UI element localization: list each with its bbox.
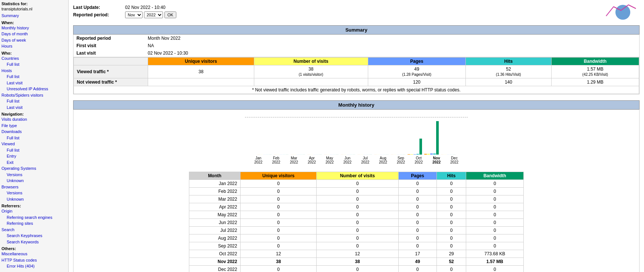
monthly-cell-nv: 38	[317, 258, 398, 266]
bar-group	[441, 154, 455, 155]
monthly-cell-pages: 0	[398, 195, 437, 203]
bar-bw_kb	[386, 154, 389, 155]
sidebar-item-fulllist-1[interactable]: Full list	[1, 61, 67, 68]
sidebar-item-downloads[interactable]: Downloads	[1, 129, 67, 135]
bar-pages	[313, 154, 316, 155]
monthly-cell-pages: 0	[398, 227, 437, 234]
monthly-cell-month: May 2022	[189, 211, 240, 219]
monthly-cell-hits: 29	[437, 250, 466, 258]
sidebar-item-browsers[interactable]: Browsers	[1, 184, 67, 190]
sidebar-item-fulllist-3[interactable]: Full list	[1, 98, 67, 104]
monthly-cell-nv: 0	[317, 180, 398, 188]
sidebar-item-hours[interactable]: Hours	[1, 43, 67, 49]
sidebar-item-unresolved-ip[interactable]: Unresolved IP Address	[1, 86, 67, 92]
sidebar-item-versions-2[interactable]: Versions	[1, 190, 67, 196]
bar-label: Jul2022	[357, 156, 373, 164]
sidebar-item-error-hits[interactable]: Error Hits (404)	[1, 263, 67, 269]
sidebar-item-countries[interactable]: Countries	[1, 55, 67, 62]
sidebar-item-entry[interactable]: Entry	[1, 153, 67, 159]
bar-label: Jun2022	[340, 156, 355, 164]
monthly-cell-hits: 0	[437, 234, 466, 242]
sidebar-item-ref-search-engines[interactable]: Referring search engines	[1, 214, 67, 221]
sidebar-when-label: When:	[1, 20, 67, 25]
bar-group	[324, 154, 339, 155]
sidebar-others-label: Others:	[1, 246, 67, 251]
sidebar-item-hosts[interactable]: Hosts	[1, 68, 67, 74]
monthly-cell-bw: 1.57 MB	[466, 258, 523, 266]
sidebar-item-http-status[interactable]: HTTP Status codes	[1, 257, 67, 263]
monthly-table-row: Jul 202200000	[189, 227, 523, 234]
monthly-cell-nv: 0	[317, 203, 398, 211]
bar-nv	[294, 154, 296, 155]
monthly-cell-bw: 773.68 KB	[466, 250, 523, 258]
bar-group	[341, 154, 355, 155]
bar-bw_kb	[353, 154, 355, 155]
reported-period-row: Reported period: JanFebMarAprMayJunJulAu…	[73, 12, 602, 18]
sidebar-referrers-label: Referrers:	[1, 204, 67, 208]
sidebar-item-last-visit-2[interactable]: Last visit	[1, 104, 67, 111]
sidebar-item-viewed[interactable]: Viewed	[1, 141, 67, 147]
monthly-cell-month: Sep 2022	[189, 242, 240, 250]
bar-group	[408, 139, 422, 155]
sidebar-item-origin[interactable]: Origin	[1, 208, 67, 214]
sidebar-item-monthly-history[interactable]: Monthly history	[1, 25, 67, 31]
sidebar-item-exit[interactable]: Exit	[1, 159, 67, 166]
viewed-traffic-row: Viewed traffic * 38 38 (1 visits/visitor…	[74, 65, 639, 78]
monthly-table-row: Apr 202200000	[189, 203, 523, 211]
bar-hits	[316, 154, 319, 155]
stats-title: Statistics for:	[1, 1, 67, 6]
monthly-cell-nv: 12	[317, 250, 398, 258]
monthly-table-row: Jun 202200000	[189, 219, 523, 227]
sidebar-item-ref-sites[interactable]: Referring sites	[1, 220, 67, 227]
col-month: Month	[189, 172, 240, 180]
bar-pages	[397, 154, 399, 155]
sidebar-item-unknown-1[interactable]: Unknown	[1, 178, 67, 184]
monthly-cell-bw: 0	[466, 180, 523, 188]
monthly-cell-month: Aug 2022	[189, 234, 240, 242]
sidebar-item-days-of-week[interactable]: Days of week	[1, 37, 67, 43]
sidebar-item-fulllist-4[interactable]: Full list	[1, 135, 67, 141]
bar-bw_kb	[286, 154, 288, 155]
ok-button[interactable]: OK	[164, 12, 176, 18]
bar-hits	[366, 154, 369, 155]
viewed-bw: 1.57 MB (42.25 KB/Visit)	[551, 65, 639, 78]
sidebar-item-search-keyphrases[interactable]: Search Keyphrases	[1, 233, 67, 239]
last-update-value: 02 Nov 2022 - 10:40	[125, 5, 166, 10]
monthly-cell-nv: 0	[317, 234, 398, 242]
bar-label: Oct2022	[411, 156, 426, 164]
monthly-cell-pages: 17	[398, 250, 437, 258]
bar-pages	[330, 154, 333, 155]
bar-group	[291, 154, 305, 155]
sidebar-item-search[interactable]: Search	[1, 227, 67, 233]
fv-value: NA	[148, 42, 639, 49]
col-bw: Bandwidth	[466, 172, 523, 180]
bar-bw_kb	[419, 139, 422, 155]
sidebar-item-last-visit-1[interactable]: Last visit	[1, 80, 67, 86]
sidebar-item-fulllist-5[interactable]: Full list	[1, 147, 67, 153]
month-select[interactable]: JanFebMarAprMayJunJulAugSepOctNovDec	[125, 12, 143, 18]
not-viewed-label: Not viewed traffic *	[74, 78, 148, 86]
monthly-cell-pages: 0	[398, 266, 437, 272]
sidebar-item-os[interactable]: Operating Systems	[1, 165, 67, 172]
sidebar-item-days-of-month[interactable]: Days of month	[1, 31, 67, 37]
nv-nv	[254, 78, 368, 86]
sidebar-who-label: Who:	[1, 51, 67, 55]
sidebar-item-visits-duration[interactable]: Visits duration	[1, 116, 67, 123]
year-select[interactable]: 2020202120222023	[144, 12, 163, 18]
bar-uv	[341, 154, 343, 155]
sidebar-item-robots[interactable]: Robots/Spiders visitors	[1, 92, 67, 98]
sidebar-item-file-type[interactable]: File type	[1, 123, 67, 129]
sidebar-item-summary[interactable]: Summary	[1, 13, 67, 19]
sidebar-item-fulllist-2[interactable]: Full list	[1, 74, 67, 80]
sidebar-item-versions-1[interactable]: Versions	[1, 172, 67, 178]
monthly-cell-month: Oct 2022	[189, 250, 240, 258]
bar-bw_kb	[436, 121, 439, 155]
sidebar-item-miscellaneous[interactable]: Miscellaneous	[1, 251, 67, 257]
monthly-header-row: Month Unique visitors Number of visits P…	[189, 172, 523, 180]
reported-period-info-row: Reported period Month Nov 2022	[73, 35, 639, 42]
main-content: Last Update: 02 Nov 2022 - 10:40 Reporte…	[69, 0, 644, 272]
monthly-cell-uv: 12	[240, 250, 317, 258]
sidebar-item-unknown-2[interactable]: Unknown	[1, 196, 67, 203]
bar-group	[274, 154, 288, 155]
sidebar-item-search-keywords[interactable]: Search Keywords	[1, 239, 67, 245]
